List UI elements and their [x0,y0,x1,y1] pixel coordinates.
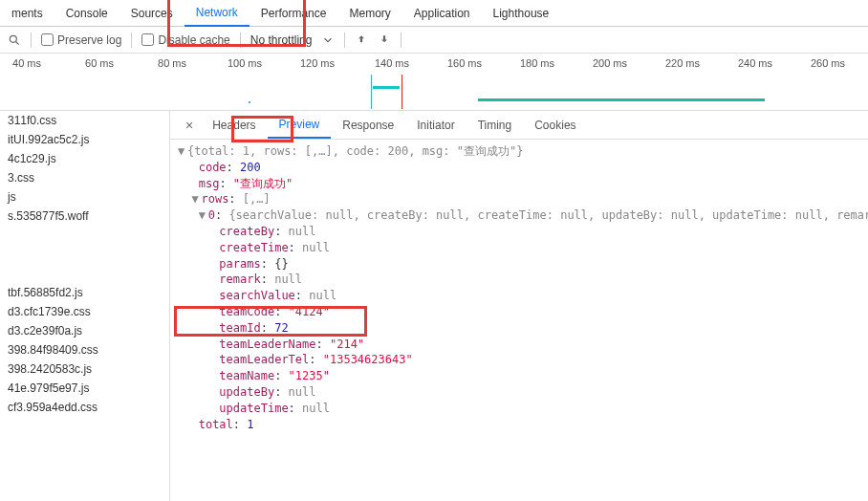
request-row[interactable]: js [0,187,169,207]
request-row[interactable] [0,264,169,283]
request-row[interactable]: 398.2420583c.js [0,359,169,379]
request-row[interactable] [0,226,169,245]
tab-initiator[interactable]: Initiator [405,113,466,138]
request-row[interactable]: 3.css [0,168,169,187]
search-icon[interactable] [8,33,21,47]
request-row[interactable]: d3.c2e39f0a.js [0,321,169,340]
json-createTime: null [302,241,330,254]
json-teamLeaderName: 214 [336,338,358,351]
json-teamName: 1235 [295,369,323,382]
svg-point-0 [10,35,16,42]
tab-console[interactable]: Console [54,1,119,26]
request-row[interactable]: itUI.992ac5c2.js [0,130,169,149]
preserve-log-label: Preserve log [57,33,121,47]
timeline-tick-label: 100 ms [228,57,262,69]
json-row0-summary: {searchValue: null, createBy: null, crea… [228,208,868,222]
json-msg-value: 查询成功 [240,177,286,190]
request-row[interactable]: 4c1c29.js [0,149,169,168]
timeline-tick-label: 140 ms [375,57,409,69]
request-row[interactable]: s.535877f5.woff [0,207,169,226]
json-teamId: 72 [274,321,288,335]
tab-performance[interactable]: Performance [250,1,338,26]
throttling-select[interactable]: No throttling [250,33,313,47]
tab-elements[interactable]: ments [0,1,54,26]
tab-lighthouse[interactable]: Lighthouse [482,1,561,26]
close-icon[interactable]: × [178,118,201,133]
json-params: {} [274,257,288,271]
json-code-value: 200 [240,161,261,174]
svg-line-1 [16,41,19,44]
tab-sources[interactable]: Sources [119,1,184,26]
timeline-tick-label: 120 ms [300,57,335,69]
tab-response[interactable]: Response [331,113,405,138]
timeline-tick-label: 80 ms [158,57,186,69]
json-preview[interactable]: ▼{total: 1, rows: [,…], code: 200, msg: … [170,140,868,501]
download-icon[interactable] [378,33,391,47]
tab-network[interactable]: Network [184,0,250,27]
json-updateBy: null [289,385,316,399]
tab-memory[interactable]: Memory [337,1,401,26]
timeline-tick-label: 60 ms [85,57,114,69]
network-toolbar: Preserve log Disable cache No throttling [0,27,868,54]
timeline-tick-label: 160 ms [447,57,482,69]
tab-headers[interactable]: Headers [201,113,267,138]
request-row[interactable]: d3.cfc1739e.css [0,302,169,321]
json-searchValue: null [309,289,336,302]
request-row[interactable]: cf3.959a4edd.css [0,398,169,417]
detail-tabs: × Headers Preview Response Initiator Tim… [170,111,868,140]
request-detail-panel: × Headers Preview Response Initiator Tim… [170,111,868,501]
timeline-tick-label: 220 ms [665,57,700,69]
disable-cache-label: Disable cache [158,33,229,47]
request-row[interactable]: 311f0.css [0,111,169,130]
timeline-tick-label: 180 ms [520,57,554,69]
tab-cookies[interactable]: Cookies [523,113,587,138]
json-rows-summary: [,…] [243,192,271,206]
json-total: 1 [247,418,253,431]
timeline-tick-label: 240 ms [738,57,772,69]
request-row[interactable]: 41e.979f5e97.js [0,379,169,398]
tab-timing[interactable]: Timing [467,113,524,138]
timeline-tick-label: 260 ms [811,57,845,69]
upload-icon[interactable] [355,33,368,47]
devtools-panel-tabs: ments Console Sources Network Performanc… [0,0,868,27]
request-row[interactable] [0,245,169,264]
preserve-log-checkbox[interactable]: Preserve log [41,33,121,47]
timeline-overview[interactable]: 40 ms60 ms80 ms100 ms120 ms140 ms160 ms1… [0,54,868,111]
request-row[interactable]: 398.84f98409.css [0,340,169,359]
json-teamLeaderTel: 13534623643 [330,353,405,366]
tab-application[interactable]: Application [402,1,482,26]
json-teamCode: 4124 [295,305,323,318]
disable-cache-checkbox[interactable]: Disable cache [141,33,229,47]
timeline-tick-label: 200 ms [593,57,627,69]
json-updateTime: null [302,402,330,415]
json-remark: null [274,272,302,286]
json-createBy: null [289,225,316,238]
json-root-summary: {total: 1, rows: [,…], code: 200, msg: "… [187,144,523,158]
request-list[interactable]: 311f0.cssitUI.992ac5c2.js4c1c29.js3.cssj… [0,111,170,501]
request-row[interactable]: tbf.56885fd2.js [0,283,169,302]
timeline-tick-label: 40 ms [12,57,41,69]
tab-preview[interactable]: Preview [268,112,332,139]
chevron-down-icon[interactable] [321,33,335,47]
